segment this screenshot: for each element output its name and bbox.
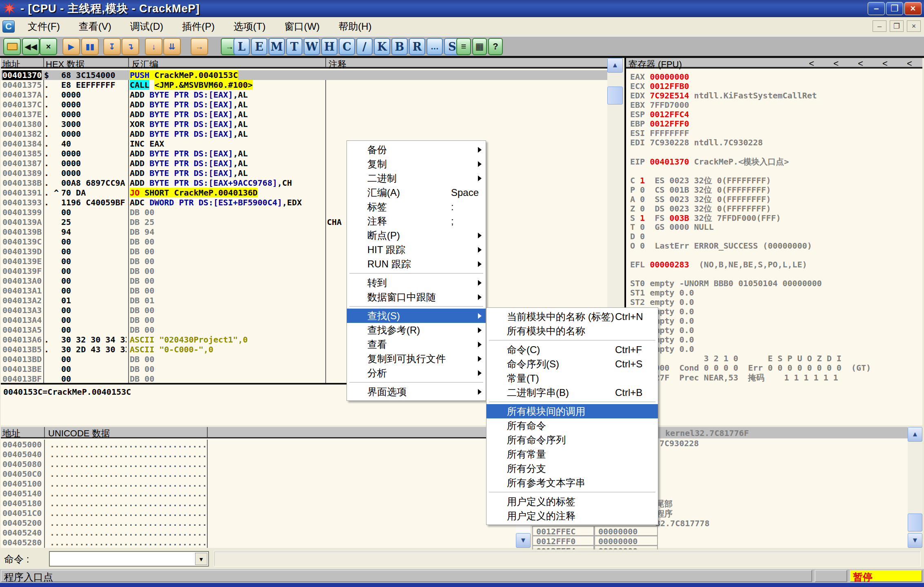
disasm-row[interactable]: 00401389.0000ADD BYTE PTR DS:[EAX],AL (1, 168, 607, 178)
find-submenu-item-4[interactable]: 命令序列(S)Ctrl+S (486, 357, 658, 371)
dump-row[interactable]: 00405240................................ (1, 528, 531, 538)
menu-item-1[interactable]: 查看(V) (73, 20, 117, 33)
toolbar-letter-B[interactable]: B (391, 38, 408, 55)
disasm-row[interactable]: 0040139D00DB 00 (1, 247, 607, 256)
context-menu-item-3[interactable]: 汇编(A)Space (347, 185, 486, 200)
find-submenu-item-1[interactable]: 所有模块中的名称 (486, 324, 658, 338)
toolbar-letter-M[interactable]: M (269, 38, 285, 55)
dump-row[interactable]: 00405040................................ (1, 449, 531, 459)
collapse-mark[interactable]: < (809, 58, 814, 69)
disasm-row[interactable]: 004013A000DB 00 (1, 276, 607, 286)
maximize-button[interactable]: ❐ (886, 2, 903, 15)
context-menu-item-1[interactable]: 复制 (347, 157, 486, 171)
toolbar-right-1[interactable]: ▦ (472, 38, 487, 55)
dump-row[interactable]: 00405000................................ (1, 440, 531, 449)
context-menu-item-13[interactable]: 查找(S) (347, 309, 486, 323)
menu-item-2[interactable]: 调试(D) (124, 20, 169, 33)
collapse-mark[interactable]: < (882, 58, 888, 69)
find-submenu-item-10[interactable]: 所有命令序列 (486, 433, 658, 447)
find-submenu-item-13[interactable]: 所有参考文本字串 (486, 476, 658, 490)
menu-item-4[interactable]: 选项(T) (228, 20, 271, 33)
disasm-row[interactable]: 00401380.3000XOR BYTE PTR DS:[EAX],AL (1, 119, 607, 129)
disasm-row[interactable]: 0040139F00DB 00 (1, 266, 607, 276)
collapse-mark[interactable]: < (833, 58, 839, 69)
find-submenu-item-15[interactable]: 用户定义的标签 (486, 494, 658, 509)
find-submenu-item-16[interactable]: 用户定义的注释 (486, 509, 658, 523)
toolbar-letter-...[interactable]: ... (426, 38, 443, 55)
scroll-down-button[interactable]: ▼ (908, 533, 922, 548)
context-menu-item-17[interactable]: 分析 (347, 366, 486, 380)
context-menu-item-10[interactable]: 转到 (347, 276, 486, 290)
disasm-row[interactable]: 0040139900DB 00 (1, 207, 607, 217)
find-submenu-item-9[interactable]: 所有命令 (486, 418, 658, 433)
disasm-row[interactable]: 00401393.1196 C40059BFADC DWORD PTR DS:[… (1, 198, 607, 207)
find-submenu-item-6[interactable]: 二进制字串(B)Ctrl+B (486, 385, 658, 400)
find-submenu-item-12[interactable]: 所有分支 (486, 461, 658, 476)
toolbar-button-2[interactable]: × (40, 38, 57, 55)
mdi-restore-button[interactable]: ❐ (890, 20, 904, 32)
dump-row[interactable]: 004050C0................................ (1, 469, 531, 479)
find-submenu-item-3[interactable]: 命令(C)Ctrl+F (486, 342, 658, 357)
context-menu-item-14[interactable]: 查找参考(R) (347, 323, 486, 337)
disasm-row[interactable]: 00401375.E8 EEFFFFFFCALL <JMP.&MSVBVM60.… (1, 80, 607, 90)
toolbar-letter-H[interactable]: H (321, 38, 338, 55)
toolbar-letter-L[interactable]: L (233, 38, 250, 55)
disasm-row[interactable]: 0040139A25DB 25CHA (1, 217, 607, 227)
find-submenu-item-11[interactable]: 所有常量 (486, 447, 658, 461)
toolbar-right-2[interactable]: ? (488, 38, 503, 55)
command-dropdown-button[interactable]: ▼ (195, 553, 207, 565)
scroll-down-button[interactable]: ▼ (516, 533, 531, 548)
disasm-row[interactable]: 0040139E00DB 00 (1, 256, 607, 266)
stack-scrollbar[interactable]: ▲▼ (908, 427, 922, 548)
dump-row[interactable]: 00405140................................ (1, 489, 531, 498)
disasm-row[interactable]: 004013A100DB 00 (1, 286, 607, 296)
dump-row[interactable]: 00405180................................ (1, 498, 531, 508)
toolbar-letter-T[interactable]: T (286, 38, 302, 55)
toolbar-letter-E[interactable]: E (251, 38, 267, 55)
dump-row[interactable]: 004051C0................................ (1, 508, 531, 518)
find-submenu-item-0[interactable]: 当前模块中的名称 (标签)Ctrl+N (486, 309, 658, 324)
dump-row[interactable]: 00405080................................ (1, 459, 531, 469)
scroll-up-button[interactable]: ▲ (607, 58, 623, 73)
toolbar-letter-K[interactable]: K (374, 38, 390, 55)
toolbar-button-5[interactable]: ↧ (103, 38, 121, 55)
find-submenu-item-5[interactable]: 常量(T) (486, 371, 658, 385)
disasm-row[interactable]: 0040138B.00A8 6897CC9AADD BYTE PTR DS:[E… (1, 178, 607, 188)
toolbar-letter-R[interactable]: R (409, 38, 425, 55)
context-menu-item-11[interactable]: 数据窗口中跟随 (347, 290, 486, 304)
context-menu-item-16[interactable]: 复制到可执行文件 (347, 351, 486, 366)
command-input[interactable]: ▼ (49, 551, 209, 567)
toolbar-button-4[interactable]: ▮▮ (81, 38, 99, 55)
dump-body[interactable]: 00405000................................… (1, 440, 531, 548)
context-menu-item-2[interactable]: 二进制 (347, 171, 486, 185)
toolbar-button-0[interactable] (3, 38, 21, 55)
toolbar-right-0[interactable]: ≡ (456, 38, 471, 55)
toolbar-button-7[interactable]: ↓ (145, 38, 162, 55)
disasm-row[interactable]: 00401391. ^70 DAJO SHORT CrackMeP.004013… (1, 188, 607, 198)
menu-item-6[interactable]: 帮助(H) (333, 20, 377, 33)
context-menu-item-8[interactable]: RUN 跟踪 (347, 257, 486, 271)
toolbar-button-1[interactable]: ◀◀ (22, 38, 40, 55)
mdi-close-button[interactable]: × (907, 20, 921, 32)
cpu-window-icon[interactable]: C (2, 20, 15, 33)
collapse-mark[interactable]: < (907, 58, 912, 69)
disasm-row[interactable]: 00401382.0000ADD BYTE PTR DS:[EAX],AL (1, 129, 607, 139)
toolbar-button-9[interactable]: → (191, 38, 208, 55)
minimize-button[interactable]: – (868, 2, 885, 15)
registers-pane[interactable]: 寄存器 (FPU)<<<<<EAX 00000000ECX 0012FFB0ED… (624, 58, 922, 425)
toolbar-button-6[interactable]: ↴ (122, 38, 139, 55)
disasm-row[interactable]: 00401384.40INC EAX (1, 139, 607, 149)
disasm-row[interactable]: 00401385.0000ADD BYTE PTR DS:[EAX],AL (1, 149, 607, 158)
dump-row[interactable]: 00405280................................ (1, 538, 531, 547)
disasm-row[interactable]: 0040137C.0000ADD BYTE PTR DS:[EAX],AL (1, 100, 607, 109)
mdi-minimize-button[interactable]: – (873, 20, 886, 32)
dump-row[interactable]: 00405100................................ (1, 479, 531, 489)
disasm-row[interactable]: 0040137A.0000ADD BYTE PTR DS:[EAX],AL (1, 90, 607, 100)
menu-item-0[interactable]: 文件(F) (22, 20, 66, 33)
dump-pane[interactable]: 地址UNICODE 数据00405000....................… (1, 427, 531, 548)
menu-item-5[interactable]: 窗口(W) (279, 20, 326, 33)
context-menu-item-0[interactable]: 备份 (347, 142, 486, 157)
scroll-thumb[interactable] (607, 87, 623, 105)
close-button[interactable]: × (904, 2, 922, 15)
context-menu-item-15[interactable]: 查看 (347, 337, 486, 351)
